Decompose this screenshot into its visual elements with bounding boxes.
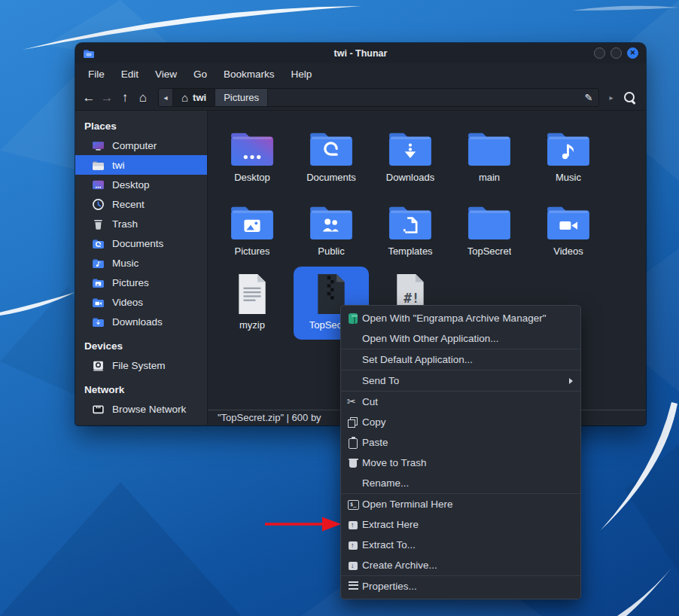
- file-main[interactable]: main: [452, 119, 527, 192]
- context-menu-item-paste[interactable]: Paste: [341, 432, 580, 453]
- archive-icon: [347, 560, 359, 572]
- context-menu-item-open-with-engrampa-archive-manager[interactable]: Open With "Engrampa Archive Manager": [341, 308, 580, 328]
- folder-downloads-icon: [92, 316, 105, 328]
- sidebar-item-music[interactable]: Music: [75, 253, 207, 273]
- sidebar-item-downloads[interactable]: Downloads: [75, 312, 207, 331]
- context-menu-item-rename[interactable]: Rename...: [341, 473, 580, 493]
- file-documents[interactable]: Documents: [294, 119, 369, 192]
- sidebar-item-documents[interactable]: Documents: [75, 233, 207, 253]
- context-menu-item-extract-here[interactable]: Extract Here: [341, 514, 580, 535]
- forward-icon[interactable]: →: [98, 89, 116, 107]
- context-menu-item-properties[interactable]: Properties...: [341, 576, 580, 596]
- context-menu-item-create-archive[interactable]: Create Archive...: [341, 555, 580, 575]
- menubar-item-edit[interactable]: Edit: [113, 66, 147, 83]
- blank-icon: [347, 354, 359, 366]
- context-menu-item-move-to-trash[interactable]: Move to Trash: [341, 453, 580, 473]
- folder-icon: [545, 195, 592, 242]
- home-icon[interactable]: ⌂: [134, 89, 152, 107]
- folder-documents-icon: [92, 237, 105, 250]
- pathbar-scroll-left-icon[interactable]: ◂: [159, 89, 173, 106]
- pathbar-scroll-right-icon[interactable]: ▸: [605, 93, 617, 102]
- sidebar-item-recent[interactable]: Recent: [75, 194, 207, 214]
- toolbar: ← → ↑ ⌂ ◂ ⌂twiPictures ✎ ▸: [75, 85, 646, 111]
- sidebar-section-devices: Devices: [75, 336, 207, 355]
- submenu-arrow-icon: [569, 378, 573, 384]
- blank-icon: [347, 333, 359, 345]
- context-menu-item-open-with-other-application[interactable]: Open With Other Application...: [341, 328, 580, 349]
- search-icon[interactable]: [622, 90, 638, 106]
- annotation-arrow: [263, 515, 343, 533]
- context-menu: Open With "Engrampa Archive Manager"Open…: [340, 305, 581, 599]
- context-menu-item-extract-to[interactable]: Extract To...: [341, 535, 580, 555]
- folder-icon: [387, 195, 434, 242]
- drive-icon: [92, 359, 105, 372]
- close-button[interactable]: ✕: [627, 47, 638, 59]
- desktop: twi - Thunar ✕ FileEditViewGoBookmarksHe…: [0, 0, 679, 616]
- sidebar-section-network: Network: [75, 380, 207, 399]
- textfile-icon: [235, 269, 269, 316]
- context-menu-item-set-default-application[interactable]: Set Default Application...: [341, 349, 580, 370]
- sidebar-item-browse-network[interactable]: Browse Network: [75, 399, 207, 419]
- edit-path-icon[interactable]: ✎: [579, 92, 598, 103]
- sidebar-item-twi[interactable]: twi: [75, 155, 207, 175]
- sidebar-item-videos[interactable]: Videos: [75, 292, 207, 312]
- file-myzip[interactable]: myzip: [215, 267, 290, 340]
- folder-icon: [308, 121, 355, 168]
- titlebar[interactable]: twi - Thunar ✕: [75, 43, 646, 63]
- menubar-item-file[interactable]: File: [80, 66, 113, 83]
- menubar-item-help[interactable]: Help: [283, 66, 321, 83]
- blank-icon: [347, 375, 359, 387]
- menubar-item-go[interactable]: Go: [185, 66, 215, 83]
- folder-icon: [466, 195, 513, 242]
- pathbar-crumb-pictures[interactable]: Pictures: [215, 89, 268, 106]
- pathbar: ◂ ⌂twiPictures ✎: [158, 88, 599, 107]
- file-pictures[interactable]: Pictures: [215, 193, 290, 266]
- file-public[interactable]: Public: [294, 193, 369, 266]
- context-menu-item-open-terminal-here[interactable]: Open Terminal Here: [341, 494, 580, 514]
- folder-icon: [229, 195, 276, 242]
- recent-icon: [92, 198, 105, 211]
- context-menu-item-copy[interactable]: Copy: [341, 412, 580, 432]
- sidebar-item-pictures[interactable]: Pictures: [75, 273, 207, 292]
- sidebar-item-desktop[interactable]: Desktop: [75, 175, 207, 194]
- blank-icon: [347, 477, 359, 489]
- lines-icon: [349, 581, 358, 591]
- minimize-button[interactable]: [594, 47, 605, 59]
- sidebar-item-file-system[interactable]: File System: [75, 355, 207, 375]
- folder-pictures-icon: [92, 276, 105, 289]
- location-field[interactable]: ✎: [268, 89, 598, 106]
- sidebar-item-computer[interactable]: Computer: [75, 136, 207, 155]
- menubar-item-bookmarks[interactable]: Bookmarks: [215, 66, 283, 83]
- folder-music-icon: [92, 257, 105, 270]
- window-title: twi - Thunar: [75, 48, 646, 59]
- copy-icon: [347, 416, 359, 428]
- context-menu-item-send-to[interactable]: Send To: [341, 371, 580, 391]
- up-icon[interactable]: ↑: [116, 89, 134, 107]
- pathbar-crumb-twi[interactable]: ⌂twi: [173, 89, 215, 106]
- context-menu-item-cut[interactable]: Cut: [341, 392, 580, 412]
- sidebar-section-places: Places: [75, 116, 207, 136]
- menubar-item-view[interactable]: View: [147, 66, 185, 83]
- extract-icon: [347, 539, 359, 551]
- network-icon: [92, 403, 105, 416]
- extract-icon: [347, 519, 359, 531]
- folder-icon: [466, 121, 513, 168]
- folder-icon: [229, 121, 276, 168]
- file-music[interactable]: Music: [531, 119, 606, 192]
- folder-icon: [308, 195, 355, 242]
- file-topsecret[interactable]: TopSecret: [452, 193, 527, 266]
- cut-icon: [347, 396, 359, 408]
- folder-icon: [387, 121, 434, 168]
- folder-icon: [545, 121, 592, 168]
- home-folder-icon: [92, 159, 105, 172]
- trash-icon: [92, 218, 105, 230]
- sidebar-item-trash[interactable]: Trash: [75, 214, 207, 233]
- back-icon[interactable]: ←: [80, 89, 98, 107]
- file-desktop[interactable]: Desktop: [215, 119, 290, 192]
- maximize-button[interactable]: [610, 47, 622, 59]
- file-templates[interactable]: Templates: [373, 193, 448, 266]
- file-downloads[interactable]: Downloads: [373, 119, 448, 192]
- menubar: FileEditViewGoBookmarksHelp: [75, 63, 646, 85]
- file-videos[interactable]: Videos: [531, 193, 606, 266]
- trash-icon: [347, 457, 359, 469]
